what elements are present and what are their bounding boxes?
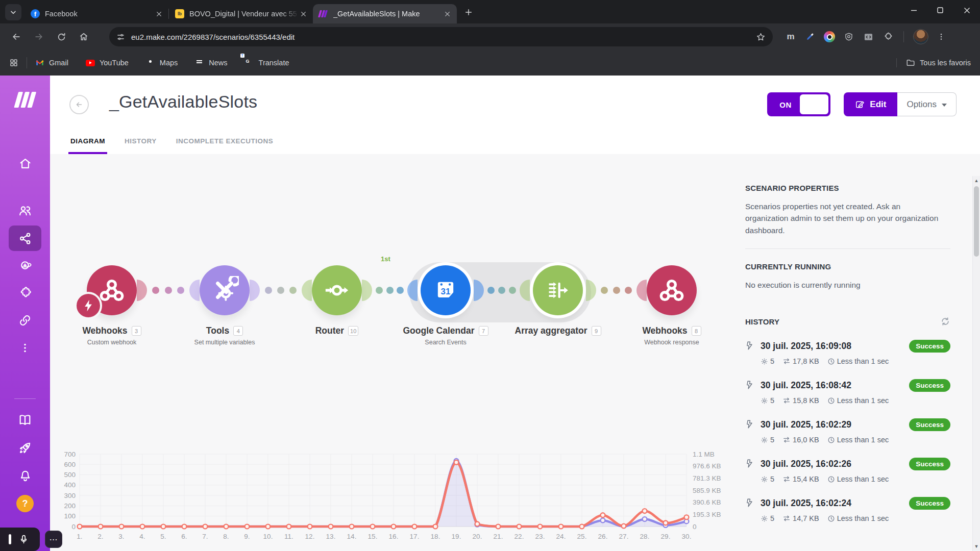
svg-text:31: 31 [441,287,451,296]
sidebar-item-onboarding[interactable] [9,435,41,461]
sidebar-item-ai[interactable] [9,253,41,278]
home-button[interactable] [75,28,93,46]
sidebar-item-scenarios[interactable] [9,226,41,251]
microphone-icon[interactable] [18,534,29,545]
extension-m-icon[interactable]: m [784,30,797,43]
bookmark-youtube[interactable]: YouTube [86,58,129,67]
home-icon [18,157,32,170]
operations-count: 5 [770,514,774,522]
close-tab-icon[interactable] [443,9,452,18]
sidebar-item-resources[interactable] [9,407,41,433]
bookmark-translate[interactable]: Translate [245,58,289,67]
connections-icon [18,313,32,328]
tab-search-button[interactable] [5,4,21,20]
close-tab-icon[interactable] [299,9,308,18]
tab-history[interactable]: HISTORY [125,137,157,154]
toggle-knob[interactable] [800,94,828,114]
widget-more-button[interactable]: ⋯ [45,531,62,548]
scrollbar-thumb[interactable] [974,186,979,257]
execution-lightning-icon [745,420,754,430]
operations-count: 5 [770,357,774,365]
history-entry[interactable]: 30 juil. 2025, 16:08:42Success515,8 KBLe… [745,379,950,405]
reload-button[interactable] [52,28,70,46]
history-entry[interactable]: 30 juil. 2025, 16:02:24Success514,7 KBLe… [745,497,950,522]
all-bookmarks[interactable]: Tous les favoris [896,58,971,67]
module-circle[interactable] [87,265,137,315]
history-entry[interactable]: 30 juil. 2025, 16:09:08Success517,8 KBLe… [745,340,950,365]
sidebar-item-help[interactable]: ? [9,491,41,516]
back-to-scenarios-button[interactable] [69,95,89,114]
edit-button[interactable]: Edit [844,92,897,116]
news-icon [195,58,204,67]
module-circle[interactable] [312,265,362,315]
back-button[interactable] [7,28,26,46]
execution-date[interactable]: 30 juil. 2025, 16:08:42 [761,380,909,391]
extension-picker-icon[interactable] [803,30,817,43]
sidebar-item-notifications[interactable] [9,463,41,488]
new-tab-button[interactable] [461,5,476,20]
history-entry[interactable]: 30 juil. 2025, 16:02:26Success515,4 KBLe… [745,458,950,483]
bookmark-label: Maps [160,59,178,67]
transfer-size: 15,8 KB [793,396,819,405]
connector-dot [165,287,172,294]
connector-dot [498,287,505,294]
panel-scrollbar[interactable]: ▲ ▼ [972,176,980,551]
app-sidebar: ? [0,76,50,551]
refresh-icon[interactable] [940,316,950,327]
connector-dot [177,287,184,294]
browser-tab[interactable]: fFacebook [24,4,168,23]
browser-menu-button[interactable] [935,30,948,43]
execution-date[interactable]: 30 juil. 2025, 16:02:29 [761,419,909,430]
history-entry[interactable]: 30 juil. 2025, 16:02:29Success516,0 KBLe… [745,418,950,444]
module-circle[interactable] [200,265,250,315]
svg-text:0: 0 [693,523,697,531]
module-circle[interactable] [647,265,697,315]
tab-diagram[interactable]: DIAGRAM [70,137,105,154]
svg-text:585.9 KB: 585.9 KB [693,487,721,494]
url-bar[interactable]: eu2.make.com/2269837/scenarios/6355443/e… [109,27,773,46]
module-circle[interactable]: 31 [421,265,471,315]
extension-shield-icon[interactable] [842,30,855,43]
extensions-puzzle-icon[interactable] [881,30,894,43]
bookmark-maps[interactable]: Maps [146,58,178,67]
scroll-up-arrow[interactable]: ▲ [973,178,980,183]
execution-date[interactable]: 30 juil. 2025, 16:02:26 [761,459,909,469]
sidebar-item-team[interactable] [9,198,41,223]
close-tab-icon[interactable] [154,9,163,18]
scheduling-toggle[interactable]: ON [767,92,830,116]
browser-tab[interactable]: _GetAvailableSlots | Make [313,4,457,23]
bookmark-news[interactable]: News [195,58,227,67]
execution-date[interactable]: 30 juil. 2025, 16:02:24 [761,498,909,509]
sidebar-item-apps[interactable] [9,280,41,306]
close-window-button[interactable] [953,0,980,20]
url-text[interactable]: eu2.make.com/2269837/scenarios/6355443/e… [131,33,756,41]
extension-code-icon[interactable] [862,30,875,43]
apps-grid-icon[interactable] [9,58,18,67]
bookmark-gmail[interactable]: Gmail [35,58,68,67]
sidebar-item-home[interactable] [9,151,41,176]
dictation-widget[interactable] [0,528,40,551]
sidebar-item-connections[interactable] [9,308,41,333]
scroll-down-arrow[interactable]: ▼ [973,544,980,549]
connector-bump [474,280,484,301]
make-logo[interactable] [16,92,34,108]
site-settings-icon[interactable] [116,33,125,41]
forward-button[interactable] [30,28,48,46]
operations-gear-icon [761,515,768,522]
extension-colorwheel-icon[interactable] [823,30,836,43]
tab-incomplete-executions[interactable]: INCOMPLETE EXECUTIONS [176,137,274,154]
sidebar-item-more[interactable] [9,335,41,361]
maximize-button[interactable] [927,0,953,20]
options-button[interactable]: Options [897,92,957,116]
browser-tab[interactable]: lbBOVO_Digital | Vendeur avec 55 [169,4,313,23]
minimize-button[interactable] [900,0,927,20]
youtube-icon [86,58,95,67]
transfer-icon [782,358,791,365]
execution-date[interactable]: 30 juil. 2025, 16:09:08 [761,341,909,352]
module-circle[interactable] [533,265,583,315]
transfer-icon [782,515,791,522]
bookmark-star-icon[interactable] [756,32,766,42]
tab-title: BOVO_Digital | Vendeur avec 55 [189,10,299,18]
diagram-canvas[interactable]: Webhooks3Custom webhookTools4Set multipl… [50,154,980,551]
profile-avatar[interactable] [913,29,928,44]
